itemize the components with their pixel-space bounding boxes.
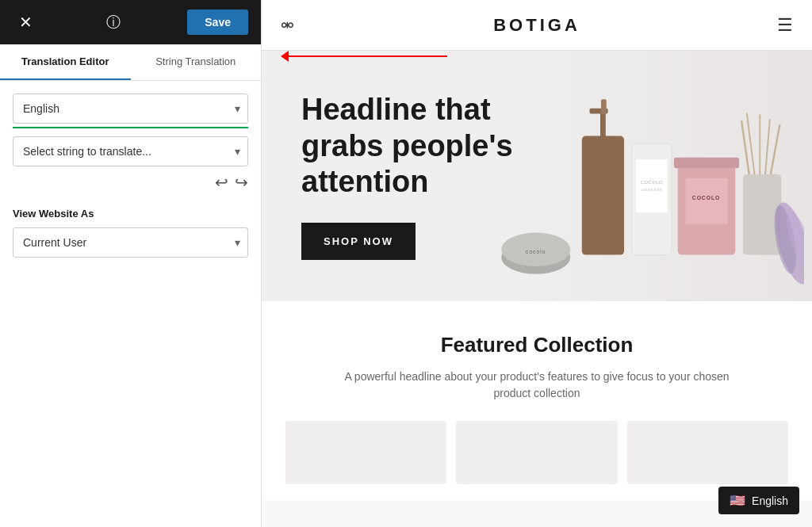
search-icon[interactable]: ⚮ bbox=[281, 16, 294, 35]
shop-now-button[interactable]: SHOP NOW bbox=[301, 223, 416, 260]
red-arrow-indicator bbox=[262, 51, 812, 62]
flag-icon: 🇺🇸 bbox=[730, 493, 745, 508]
close-button[interactable]: ✕ bbox=[13, 10, 39, 35]
top-bar: ✕ ⓘ Save bbox=[0, 0, 261, 44]
left-panel: ✕ ⓘ Save Translation Editor String Trans… bbox=[0, 0, 262, 527]
undo-button[interactable]: ↩ bbox=[215, 173, 228, 192]
red-line bbox=[289, 55, 447, 57]
svg-rect-4 bbox=[600, 112, 606, 140]
panel-content: English French German Spanish Select str… bbox=[0, 81, 261, 527]
tab-bar: Translation Editor String Translation bbox=[0, 44, 261, 81]
current-user-select-wrapper: Current User Logged Out User Admin bbox=[13, 227, 248, 258]
svg-rect-3 bbox=[581, 136, 623, 255]
language-select[interactable]: English French German Spanish bbox=[13, 94, 248, 124]
svg-rect-8 bbox=[635, 159, 668, 213]
svg-line-19 bbox=[765, 119, 770, 174]
tab-string-translation[interactable]: String Translation bbox=[131, 44, 262, 80]
info-button[interactable]: ⓘ bbox=[100, 10, 127, 35]
product-card-3 bbox=[627, 421, 788, 484]
hero-section: Headline that grabs people's attention S… bbox=[262, 51, 812, 301]
string-select[interactable]: Select string to translate... bbox=[13, 136, 248, 166]
svg-line-16 bbox=[741, 120, 749, 174]
view-website-as-section: View Website As Current User Logged Out … bbox=[13, 208, 248, 258]
right-panel: ⚮ BOTIGA ☰ Headline that grabs people's … bbox=[262, 0, 812, 527]
hero-headline: Headline that grabs people's attention bbox=[301, 92, 555, 200]
svg-text:natural body: natural body bbox=[641, 188, 662, 192]
current-user-select[interactable]: Current User Logged Out User Admin bbox=[13, 227, 248, 258]
svg-text:COCOLO: COCOLO bbox=[691, 195, 720, 200]
product-card-1 bbox=[285, 421, 446, 484]
svg-rect-14 bbox=[674, 158, 739, 169]
hero-text: Headline that grabs people's attention S… bbox=[262, 92, 555, 260]
svg-rect-12 bbox=[685, 178, 727, 224]
svg-rect-6 bbox=[601, 99, 607, 114]
arrows-row: ↩ ↪ bbox=[13, 173, 248, 192]
tab-translation-editor[interactable]: Translation Editor bbox=[0, 44, 131, 80]
language-badge[interactable]: 🇺🇸 English bbox=[718, 487, 799, 514]
featured-title: Featured Collection bbox=[278, 333, 796, 357]
featured-subtitle: A powerful headline about your product's… bbox=[339, 369, 735, 402]
redo-button[interactable]: ↪ bbox=[235, 173, 248, 192]
product-card-2 bbox=[456, 421, 617, 484]
view-website-as-label: View Website As bbox=[13, 208, 248, 220]
save-button[interactable]: Save bbox=[187, 10, 248, 35]
language-badge-label: English bbox=[752, 495, 788, 507]
string-select-wrapper: Select string to translate... bbox=[13, 136, 248, 166]
preview-header: ⚮ BOTIGA ☰ bbox=[262, 0, 812, 51]
language-select-wrapper: English French German Spanish bbox=[13, 94, 248, 124]
red-arrowhead bbox=[281, 51, 289, 62]
svg-line-20 bbox=[770, 124, 779, 174]
hamburger-icon[interactable]: ☰ bbox=[777, 15, 793, 36]
featured-section: Featured Collection A powerful headline … bbox=[262, 301, 812, 500]
product-row bbox=[278, 421, 796, 484]
brand-logo: BOTIGA bbox=[493, 15, 580, 36]
language-underline bbox=[13, 127, 248, 128]
svg-text:COCOLO: COCOLO bbox=[640, 180, 662, 185]
